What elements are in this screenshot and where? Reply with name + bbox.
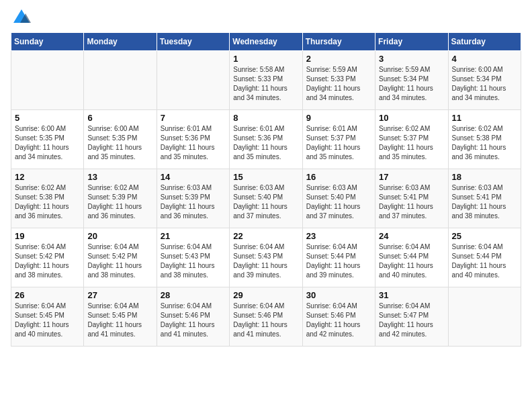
logo-icon [12, 8, 31, 27]
calendar-week-row: 5Sunrise: 6:00 AM Sunset: 5:35 PM Daylig… [11, 110, 521, 169]
day-number: 24 [379, 231, 444, 241]
day-number: 28 [161, 290, 226, 300]
calendar-day-cell: 4Sunrise: 6:00 AM Sunset: 5:34 PM Daylig… [448, 51, 521, 110]
day-number: 2 [306, 54, 371, 64]
day-number: 1 [233, 54, 298, 64]
day-info: Sunrise: 6:01 AM Sunset: 5:37 PM Dayligh… [306, 124, 371, 162]
weekday-header-cell: Thursday [302, 33, 375, 51]
day-number: 10 [379, 113, 444, 123]
day-number: 31 [379, 290, 444, 300]
day-info: Sunrise: 6:04 AM Sunset: 5:43 PM Dayligh… [233, 242, 298, 280]
day-info: Sunrise: 6:00 AM Sunset: 5:35 PM Dayligh… [87, 124, 152, 162]
day-info: Sunrise: 6:02 AM Sunset: 5:38 PM Dayligh… [452, 124, 517, 162]
weekday-header-cell: Tuesday [157, 33, 229, 51]
day-info: Sunrise: 6:04 AM Sunset: 5:44 PM Dayligh… [452, 242, 517, 280]
calendar-day-cell: 28Sunrise: 6:04 AM Sunset: 5:46 PM Dayli… [157, 287, 229, 347]
calendar-day-cell: 29Sunrise: 6:04 AM Sunset: 5:46 PM Dayli… [230, 287, 302, 347]
day-info: Sunrise: 5:58 AM Sunset: 5:33 PM Dayligh… [233, 65, 298, 103]
day-info: Sunrise: 6:04 AM Sunset: 5:47 PM Dayligh… [379, 302, 444, 339]
weekday-header-cell: Saturday [448, 33, 521, 51]
day-info: Sunrise: 6:01 AM Sunset: 5:36 PM Dayligh… [161, 124, 226, 162]
day-info: Sunrise: 6:04 AM Sunset: 5:44 PM Dayligh… [306, 242, 371, 280]
calendar-day-cell [11, 51, 84, 110]
day-number: 22 [233, 231, 298, 241]
day-number: 30 [306, 290, 371, 300]
weekday-header-cell: Sunday [11, 33, 84, 51]
day-number: 4 [452, 54, 517, 64]
page-header [11, 11, 521, 27]
day-number: 25 [452, 231, 517, 241]
day-info: Sunrise: 6:03 AM Sunset: 5:40 PM Dayligh… [306, 183, 371, 221]
calendar-day-cell: 20Sunrise: 6:04 AM Sunset: 5:42 PM Dayli… [84, 228, 157, 287]
day-info: Sunrise: 6:03 AM Sunset: 5:40 PM Dayligh… [233, 183, 298, 221]
calendar-day-cell: 7Sunrise: 6:01 AM Sunset: 5:36 PM Daylig… [157, 110, 229, 169]
day-info: Sunrise: 6:01 AM Sunset: 5:36 PM Dayligh… [233, 124, 298, 162]
calendar-day-cell [448, 287, 521, 347]
day-info: Sunrise: 6:03 AM Sunset: 5:41 PM Dayligh… [379, 183, 444, 221]
calendar-week-row: 1Sunrise: 5:58 AM Sunset: 5:33 PM Daylig… [11, 51, 521, 110]
day-number: 17 [379, 172, 444, 182]
day-info: Sunrise: 6:04 AM Sunset: 5:46 PM Dayligh… [161, 302, 226, 339]
day-number: 6 [87, 113, 152, 123]
day-number: 29 [233, 290, 298, 300]
day-info: Sunrise: 6:02 AM Sunset: 5:38 PM Dayligh… [15, 183, 80, 221]
calendar-day-cell: 6Sunrise: 6:00 AM Sunset: 5:35 PM Daylig… [84, 110, 157, 169]
day-number: 19 [15, 231, 80, 241]
calendar-day-cell: 21Sunrise: 6:04 AM Sunset: 5:43 PM Dayli… [157, 228, 229, 287]
calendar-day-cell [157, 51, 229, 110]
day-number: 11 [452, 113, 517, 123]
calendar-day-cell: 10Sunrise: 6:02 AM Sunset: 5:37 PM Dayli… [375, 110, 448, 169]
day-number: 21 [161, 231, 226, 241]
day-info: Sunrise: 6:04 AM Sunset: 5:44 PM Dayligh… [379, 242, 444, 280]
calendar-body: 1Sunrise: 5:58 AM Sunset: 5:33 PM Daylig… [11, 51, 521, 347]
calendar-day-cell: 16Sunrise: 6:03 AM Sunset: 5:40 PM Dayli… [302, 169, 375, 228]
day-info: Sunrise: 6:03 AM Sunset: 5:39 PM Dayligh… [161, 183, 226, 221]
day-info: Sunrise: 6:04 AM Sunset: 5:46 PM Dayligh… [233, 302, 298, 339]
day-info: Sunrise: 5:59 AM Sunset: 5:33 PM Dayligh… [306, 65, 371, 103]
calendar-day-cell: 22Sunrise: 6:04 AM Sunset: 5:43 PM Dayli… [230, 228, 302, 287]
calendar-day-cell: 27Sunrise: 6:04 AM Sunset: 5:45 PM Dayli… [84, 287, 157, 347]
day-info: Sunrise: 6:04 AM Sunset: 5:42 PM Dayligh… [15, 242, 80, 280]
calendar-day-cell: 17Sunrise: 6:03 AM Sunset: 5:41 PM Dayli… [375, 169, 448, 228]
calendar-day-cell: 13Sunrise: 6:02 AM Sunset: 5:39 PM Dayli… [84, 169, 157, 228]
calendar-day-cell: 1Sunrise: 5:58 AM Sunset: 5:33 PM Daylig… [230, 51, 302, 110]
weekday-header-row: SundayMondayTuesdayWednesdayThursdayFrid… [11, 33, 521, 51]
day-info: Sunrise: 6:04 AM Sunset: 5:43 PM Dayligh… [161, 242, 226, 280]
day-number: 3 [379, 54, 444, 64]
calendar-day-cell: 18Sunrise: 6:03 AM Sunset: 5:41 PM Dayli… [448, 169, 521, 228]
calendar-day-cell: 12Sunrise: 6:02 AM Sunset: 5:38 PM Dayli… [11, 169, 84, 228]
calendar-day-cell: 11Sunrise: 6:02 AM Sunset: 5:38 PM Dayli… [448, 110, 521, 169]
weekday-header-cell: Wednesday [230, 33, 302, 51]
calendar-day-cell: 8Sunrise: 6:01 AM Sunset: 5:36 PM Daylig… [230, 110, 302, 169]
calendar-day-cell: 5Sunrise: 6:00 AM Sunset: 5:35 PM Daylig… [11, 110, 84, 169]
day-info: Sunrise: 6:04 AM Sunset: 5:46 PM Dayligh… [306, 302, 371, 339]
day-number: 5 [15, 113, 80, 123]
calendar-day-cell: 30Sunrise: 6:04 AM Sunset: 5:46 PM Dayli… [302, 287, 375, 347]
calendar-week-row: 26Sunrise: 6:04 AM Sunset: 5:45 PM Dayli… [11, 287, 521, 347]
day-number: 9 [306, 113, 371, 123]
calendar-day-cell: 19Sunrise: 6:04 AM Sunset: 5:42 PM Dayli… [11, 228, 84, 287]
day-info: Sunrise: 5:59 AM Sunset: 5:34 PM Dayligh… [379, 65, 444, 103]
calendar-day-cell: 23Sunrise: 6:04 AM Sunset: 5:44 PM Dayli… [302, 228, 375, 287]
day-number: 27 [87, 290, 152, 300]
day-number: 14 [161, 172, 226, 182]
day-number: 12 [15, 172, 80, 182]
calendar-day-cell [84, 51, 157, 110]
calendar-day-cell: 31Sunrise: 6:04 AM Sunset: 5:47 PM Dayli… [375, 287, 448, 347]
calendar-day-cell: 26Sunrise: 6:04 AM Sunset: 5:45 PM Dayli… [11, 287, 84, 347]
day-info: Sunrise: 6:02 AM Sunset: 5:37 PM Dayligh… [379, 124, 444, 162]
day-info: Sunrise: 6:02 AM Sunset: 5:39 PM Dayligh… [87, 183, 152, 221]
calendar-week-row: 19Sunrise: 6:04 AM Sunset: 5:42 PM Dayli… [11, 228, 521, 287]
day-info: Sunrise: 6:04 AM Sunset: 5:45 PM Dayligh… [87, 302, 152, 339]
day-info: Sunrise: 6:00 AM Sunset: 5:34 PM Dayligh… [452, 65, 517, 103]
day-info: Sunrise: 6:04 AM Sunset: 5:42 PM Dayligh… [87, 242, 152, 280]
calendar-day-cell: 9Sunrise: 6:01 AM Sunset: 5:37 PM Daylig… [302, 110, 375, 169]
day-number: 23 [306, 231, 371, 241]
calendar-day-cell: 14Sunrise: 6:03 AM Sunset: 5:39 PM Dayli… [157, 169, 229, 228]
day-number: 13 [87, 172, 152, 182]
weekday-header-cell: Monday [84, 33, 157, 51]
day-number: 15 [233, 172, 298, 182]
day-info: Sunrise: 6:00 AM Sunset: 5:35 PM Dayligh… [15, 124, 80, 162]
day-number: 16 [306, 172, 371, 182]
calendar-day-cell: 15Sunrise: 6:03 AM Sunset: 5:40 PM Dayli… [230, 169, 302, 228]
